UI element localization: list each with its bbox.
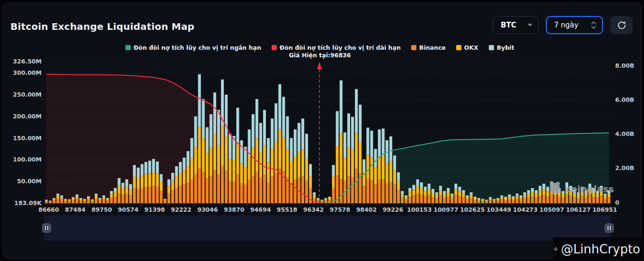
- bar-segment[interactable]: [102, 197, 105, 199]
- bar-segment[interactable]: [428, 195, 431, 203]
- bar-segment[interactable]: [256, 172, 258, 203]
- bar-segment[interactable]: [141, 188, 143, 203]
- bar-segment[interactable]: [305, 181, 308, 203]
- bar-segment[interactable]: [148, 187, 151, 203]
- bar-segment[interactable]: [240, 163, 243, 183]
- bar-segment[interactable]: [347, 148, 350, 177]
- bar-segment[interactable]: [152, 186, 155, 203]
- bar-segment[interactable]: [516, 194, 519, 196]
- bar-segment[interactable]: [542, 189, 545, 195]
- bar-segment[interactable]: [56, 196, 59, 198]
- bar-segment[interactable]: [129, 196, 132, 204]
- bar-segment[interactable]: [160, 182, 163, 191]
- bar-segment[interactable]: [378, 156, 381, 180]
- bar-segment[interactable]: [538, 196, 541, 203]
- bar-segment[interactable]: [79, 199, 82, 201]
- bar-segment[interactable]: [118, 185, 121, 193]
- bar-segment[interactable]: [504, 198, 507, 200]
- bar-segment[interactable]: [523, 192, 526, 195]
- bar-segment[interactable]: [98, 198, 101, 199]
- bar-segment[interactable]: [340, 81, 343, 134]
- bar-segment[interactable]: [290, 162, 293, 182]
- bar-segment[interactable]: [95, 199, 97, 203]
- bar-segment[interactable]: [405, 197, 407, 199]
- bar-segment[interactable]: [542, 195, 545, 203]
- bar-segment[interactable]: [259, 123, 262, 152]
- bar-segment[interactable]: [164, 199, 167, 200]
- bar-segment[interactable]: [68, 201, 71, 203]
- bar-segment[interactable]: [443, 198, 446, 203]
- bar-segment[interactable]: [420, 195, 423, 203]
- bar-segment[interactable]: [60, 197, 63, 199]
- bar-segment[interactable]: [355, 133, 358, 169]
- bar-segment[interactable]: [160, 191, 163, 203]
- bar-segment[interactable]: [194, 175, 197, 204]
- bar-segment[interactable]: [324, 199, 327, 201]
- bar-segment[interactable]: [72, 198, 75, 200]
- bar-segment[interactable]: [95, 196, 97, 198]
- bar-segment[interactable]: [523, 198, 526, 203]
- bar-segment[interactable]: [53, 201, 55, 204]
- bar-segment[interactable]: [340, 133, 343, 179]
- bar-segment[interactable]: [512, 196, 515, 198]
- bar-segment[interactable]: [225, 95, 228, 136]
- bar-segment[interactable]: [328, 198, 331, 200]
- bar-segment[interactable]: [416, 186, 419, 194]
- bar-segment[interactable]: [186, 182, 189, 203]
- bar-segment[interactable]: [171, 173, 174, 181]
- bar-segment[interactable]: [186, 151, 189, 166]
- bar-segment[interactable]: [538, 190, 541, 196]
- bar-segment[interactable]: [432, 197, 434, 203]
- bar-segment[interactable]: [133, 176, 136, 189]
- bar-segment[interactable]: [301, 118, 304, 149]
- bar-segment[interactable]: [221, 166, 224, 203]
- bar-segment[interactable]: [106, 198, 109, 199]
- bar-segment[interactable]: [271, 118, 273, 149]
- bar-segment[interactable]: [164, 201, 167, 203]
- bar-segment[interactable]: [194, 117, 197, 147]
- bar-segment[interactable]: [439, 196, 442, 203]
- bar-segment[interactable]: [443, 194, 446, 198]
- bar-segment[interactable]: [141, 164, 143, 176]
- bar-segment[interactable]: [435, 198, 438, 203]
- bar-segment[interactable]: [592, 197, 595, 203]
- bar-segment[interactable]: [600, 196, 603, 203]
- bar-segment[interactable]: [148, 161, 151, 173]
- bar-segment[interactable]: [263, 175, 266, 203]
- bar-segment[interactable]: [466, 199, 469, 203]
- bar-segment[interactable]: [359, 105, 362, 142]
- bar-segment[interactable]: [397, 180, 400, 190]
- bar-segment[interactable]: [512, 200, 515, 203]
- bar-segment[interactable]: [424, 191, 427, 196]
- bar-segment[interactable]: [401, 191, 404, 194]
- bar-segment[interactable]: [213, 134, 216, 170]
- bar-segment[interactable]: [435, 192, 438, 195]
- bar-segment[interactable]: [133, 165, 136, 176]
- bar-segment[interactable]: [397, 172, 400, 180]
- bar-segment[interactable]: [547, 196, 549, 203]
- bar-segment[interactable]: [190, 138, 193, 159]
- bar-segment[interactable]: [259, 178, 262, 203]
- bar-segment[interactable]: [493, 200, 495, 201]
- bar-segment[interactable]: [114, 197, 117, 203]
- bar-segment[interactable]: [317, 198, 319, 199]
- bar-segment[interactable]: [49, 201, 52, 201]
- bar-segment[interactable]: [206, 154, 209, 178]
- bar-segment[interactable]: [496, 201, 499, 204]
- bar-segment[interactable]: [309, 188, 312, 203]
- bar-segment[interactable]: [118, 193, 121, 203]
- bar-segment[interactable]: [236, 144, 239, 174]
- bar-segment[interactable]: [351, 177, 354, 203]
- bar-segment[interactable]: [60, 196, 63, 198]
- bar-segment[interactable]: [175, 188, 178, 203]
- bar-segment[interactable]: [87, 198, 90, 200]
- bar-segment[interactable]: [190, 159, 193, 180]
- bar-segment[interactable]: [236, 108, 239, 144]
- bar-segment[interactable]: [168, 180, 170, 186]
- bar-segment[interactable]: [454, 189, 457, 195]
- bar-segment[interactable]: [366, 128, 369, 155]
- bar-segment[interactable]: [332, 176, 335, 189]
- bar-segment[interactable]: [179, 173, 182, 186]
- bar-segment[interactable]: [60, 199, 63, 203]
- bar-segment[interactable]: [493, 201, 495, 203]
